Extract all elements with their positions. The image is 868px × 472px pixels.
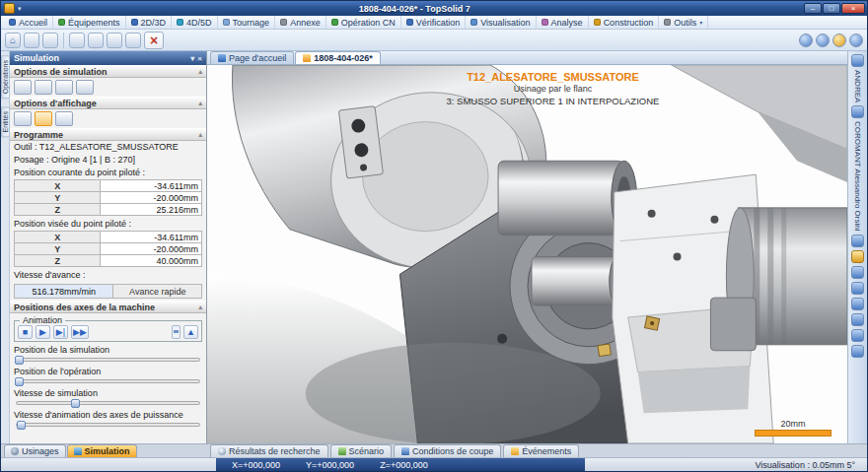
ribbon-tab-operation-cn[interactable]: Opération CN — [326, 16, 401, 29]
ribbon-tab-accueil[interactable]: Accueil — [4, 16, 53, 29]
catalog-icon[interactable] — [851, 250, 864, 263]
axis-value: -34.611mm — [101, 180, 202, 192]
simulation-icon — [74, 447, 82, 455]
undo-icon[interactable] — [69, 33, 85, 48]
y-coordinate: Y=+000,000 — [306, 460, 354, 470]
sim-option-3-icon[interactable] — [55, 80, 73, 95]
collapse-icon[interactable]: ▴ — [198, 100, 202, 107]
home-button[interactable]: ⌂ — [5, 33, 21, 48]
help-round-icon[interactable] — [799, 34, 813, 47]
tab-simulation[interactable]: Simulation — [67, 444, 137, 457]
sim-option-2-icon[interactable] — [35, 80, 52, 95]
machine-icon[interactable] — [851, 266, 864, 279]
pin-icon[interactable]: ▾ — [190, 54, 194, 63]
measure-icon[interactable] — [851, 329, 864, 342]
simulation-speed-slider[interactable] — [16, 401, 200, 405]
doc-tab-document[interactable]: 1808-404-026* — [295, 51, 381, 64]
section-programme[interactable]: Programme ▴ — [10, 128, 206, 141]
slider-simulation-position: Position de la simulation — [10, 344, 206, 366]
stock-icon[interactable] — [851, 298, 864, 310]
sketch-icon — [131, 19, 138, 26]
operation-position-slider[interactable] — [16, 379, 200, 383]
slider-thumb[interactable] — [71, 399, 80, 408]
tooling-icon[interactable] — [851, 282, 864, 295]
window-title: 1808-404-026* - TopSolid 7 — [26, 4, 804, 14]
sim-option-4-icon[interactable] — [76, 80, 94, 95]
machining-simulation-render — [207, 65, 847, 443]
component-icon[interactable] — [851, 235, 864, 247]
delete-button[interactable]: × — [144, 32, 164, 49]
close-button[interactable]: × — [841, 3, 865, 14]
axis-speed-slider-icon[interactable] — [172, 325, 181, 339]
doc-tab-home[interactable]: Page d'accueil — [210, 51, 294, 64]
options-icon[interactable] — [851, 345, 864, 358]
copy-icon[interactable] — [107, 33, 122, 48]
tab-conditions-coupe[interactable]: Conditions de coupe — [394, 444, 501, 457]
simulation-position-slider[interactable] — [16, 358, 200, 362]
side-tab-entites[interactable]: Entités — [1, 106, 10, 137]
step-button[interactable]: ▶| — [53, 325, 68, 339]
ribbon-tab-equipements[interactable]: Équipements — [53, 16, 126, 29]
display-option-3-icon[interactable] — [55, 111, 73, 126]
slider-thumb[interactable] — [17, 421, 26, 430]
ribbon-tab-tournage[interactable]: Tournage — [218, 16, 276, 29]
status-bar: X=+000,000 Y=+000,000 Z=+000,000 Visuali… — [1, 457, 867, 471]
tab-evenements[interactable]: Événements — [503, 444, 579, 457]
user-icon[interactable] — [851, 54, 864, 67]
tab-usinages[interactable]: Usinages — [4, 444, 66, 457]
play-button[interactable]: ▶ — [36, 325, 50, 339]
panel-close-icon[interactable]: × — [197, 54, 202, 63]
save-document-icon[interactable] — [42, 33, 58, 48]
chevron-down-icon: ▾ — [699, 19, 702, 26]
tab-resultats-recherche[interactable]: Résultats de recherche — [210, 444, 328, 457]
settings-round-icon[interactable] — [849, 34, 863, 47]
table-row: Z 40.000mm — [15, 255, 202, 267]
rail-label-coromant[interactable]: COROMANT Alessandro Orsini — [853, 121, 862, 231]
collapse-icon[interactable]: ▴ — [198, 303, 202, 311]
axis-label: Z — [15, 204, 101, 216]
ribbon-tab-annexe[interactable]: Annexe — [275, 16, 326, 29]
minimize-button[interactable]: – — [804, 3, 822, 14]
license-round-icon[interactable] — [832, 34, 846, 47]
slider-thumb[interactable] — [15, 356, 24, 365]
axes-animation-speed-slider[interactable] — [16, 423, 200, 427]
3d-scene[interactable]: T12_ALESATORE_SMUSSATORE Usinage par le … — [207, 65, 847, 443]
slider-thumb[interactable] — [15, 377, 24, 386]
ribbon-tab-construction[interactable]: Construction — [589, 16, 660, 29]
redo-icon[interactable] — [88, 33, 104, 48]
sim-option-1-icon[interactable] — [14, 80, 32, 95]
display-option-1-icon[interactable] — [14, 111, 32, 126]
library-icon[interactable] — [851, 105, 864, 118]
collapse-icon[interactable]: ▴ — [198, 131, 202, 139]
stop-button[interactable]: ■ — [18, 325, 33, 339]
ribbon-tab-4d5d[interactable]: 4D/5D — [172, 16, 218, 29]
rail-label-andrea[interactable]: ANDREA — [853, 70, 862, 102]
section-machine-axes[interactable]: Positions des axes de la machine ▴ — [10, 301, 206, 313]
section-options-affichage[interactable]: Options d'affichage ▴ — [10, 97, 206, 109]
ribbon-tab-analyse[interactable]: Analyse — [537, 16, 589, 29]
maximize-button[interactable]: □ — [823, 3, 840, 14]
simulation-panel-header[interactable]: Simulation ▾ × — [10, 51, 206, 65]
fixture-icon[interactable] — [851, 313, 864, 326]
fast-forward-button[interactable]: ▶▶ — [71, 325, 89, 339]
simulation-panel: Simulation ▾ × Options de simulation ▴ O… — [10, 51, 207, 443]
info-round-icon[interactable] — [816, 34, 830, 47]
raise-button[interactable]: ▲ — [183, 325, 198, 339]
side-tab-operations[interactable]: Opérations — [1, 55, 10, 99]
collapse-icon[interactable]: ▴ — [198, 68, 202, 76]
ribbon-tab-2d3d[interactable]: 2D/3D — [126, 16, 173, 29]
ribbon-tab-visualisation[interactable]: Visualisation — [466, 16, 536, 29]
ribbon-tab-verification[interactable]: Vérification — [401, 16, 467, 29]
quick-access-dropdown-icon[interactable]: ▾ — [18, 5, 22, 13]
tab-scenario[interactable]: Scénario — [330, 444, 393, 457]
ribbon-tab-bar: Accueil Équipements 2D/3D 4D/5D Tournage… — [1, 16, 867, 30]
x-coordinate: X=+000,000 — [232, 460, 280, 470]
paste-icon[interactable] — [125, 33, 141, 48]
section-options-simulation[interactable]: Options de simulation ▴ — [10, 65, 206, 78]
open-document-icon[interactable] — [24, 33, 39, 48]
display-option-2-icon[interactable] — [35, 111, 52, 126]
title-bar[interactable]: ▾ 1808-404-026* - TopSolid 7 – □ × — [1, 1, 867, 16]
main-toolbar: ⌂ × — [1, 30, 867, 51]
left-side-tab-rail: Opérations Entités — [1, 51, 10, 443]
ribbon-tab-outils[interactable]: Outils▾ — [659, 16, 708, 29]
